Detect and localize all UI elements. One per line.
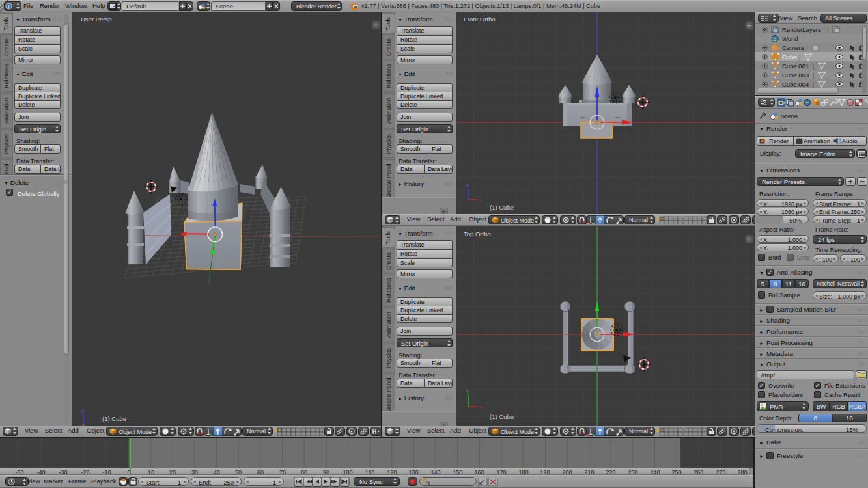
svg-text:-30: -30 [59, 469, 67, 476]
svg-text:z: z [466, 182, 469, 188]
svg-text:190: 190 [540, 469, 550, 476]
svg-text:40: 40 [214, 469, 220, 476]
svg-text:50: 50 [235, 469, 242, 476]
svg-text:z: z [81, 409, 84, 414]
svg-text:80: 80 [301, 469, 307, 476]
svg-text:130: 130 [408, 469, 418, 476]
svg-text:100: 100 [343, 469, 352, 476]
svg-text:10: 10 [148, 469, 154, 476]
svg-text:90: 90 [323, 469, 329, 476]
svg-text:-50: -50 [15, 469, 23, 476]
svg-text:120: 120 [387, 469, 397, 476]
svg-text:-10: -10 [102, 469, 111, 476]
svg-text:200: 200 [562, 469, 572, 476]
svg-text:20: 20 [169, 469, 176, 476]
svg-text:-40: -40 [36, 469, 45, 476]
svg-text:110: 110 [365, 469, 374, 476]
svg-text:150: 150 [453, 469, 462, 476]
svg-text:210: 210 [584, 469, 594, 476]
svg-text:y: y [466, 388, 469, 394]
svg-text:170: 170 [496, 469, 506, 476]
svg-text:160: 160 [474, 469, 484, 476]
svg-text:140: 140 [430, 469, 440, 476]
svg-text:30: 30 [191, 469, 198, 476]
svg-text:x: x [479, 197, 482, 203]
svg-text:230: 230 [628, 469, 637, 476]
svg-text:i: i [8, 3, 10, 9]
svg-text:180: 180 [518, 469, 528, 476]
svg-text:260: 260 [693, 469, 703, 476]
svg-text:240: 240 [650, 469, 660, 476]
svg-text:60: 60 [257, 469, 264, 476]
svg-text:270: 270 [716, 469, 725, 476]
svg-text:250: 250 [671, 469, 681, 476]
svg-text:-20: -20 [81, 469, 89, 476]
svg-text:70: 70 [279, 469, 286, 476]
svg-text:220: 220 [606, 469, 615, 476]
svg-text:x: x [480, 404, 483, 410]
svg-text:280: 280 [737, 469, 747, 476]
